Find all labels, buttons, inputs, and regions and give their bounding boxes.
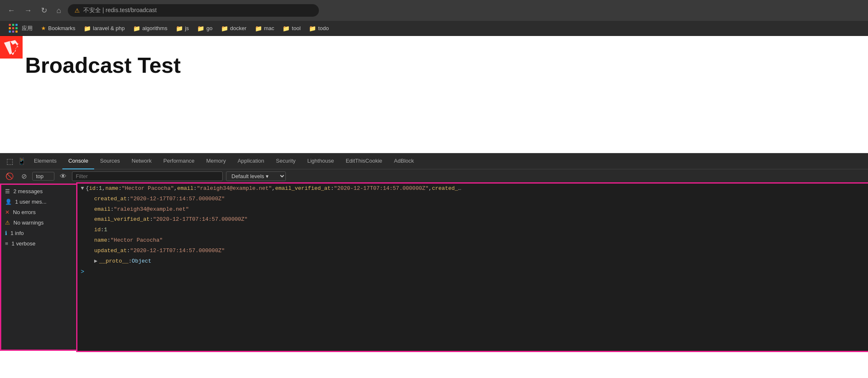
block-requests-button[interactable]: ⊘: [19, 171, 29, 181]
tab-memory[interactable]: Memory: [200, 153, 232, 169]
tab-application[interactable]: Application: [232, 153, 270, 169]
folder-icon-0: 📁: [84, 25, 91, 32]
bookmark-label-3: go: [206, 25, 212, 31]
console-field-email: email : "raleigh34@example.net": [77, 204, 868, 215]
tab-editthiscookie[interactable]: EditThisCookie: [340, 153, 388, 169]
star-icon: ★: [41, 25, 46, 31]
page-area: Broadcast Test: [0, 36, 868, 153]
prompt-symbol: >: [81, 268, 84, 275]
folder-icon-4: 📁: [221, 25, 228, 32]
expand-arrow[interactable]: [81, 184, 84, 193]
url-path: /broadcast: [129, 7, 157, 13]
all-messages-label: 2 messages: [13, 188, 43, 194]
console-body: ☰ 2 messages 👤 1 user mes... ✕ No errors…: [0, 184, 868, 351]
bookmark-label-6: tool: [292, 25, 300, 31]
tab-adblock[interactable]: AdBlock: [388, 153, 420, 169]
console-proto: __proto__ : Object: [77, 256, 868, 267]
clear-console-button[interactable]: 🚫: [3, 171, 16, 181]
user-messages-label: 1 user mes...: [15, 199, 46, 205]
bookmark-laravel-php[interactable]: 📁 laravel & php: [81, 24, 128, 33]
url-domain: redis.test: [105, 7, 129, 13]
errors-label: No errors: [13, 209, 36, 215]
list-icon: ☰: [5, 188, 10, 194]
bookmarks-bar: 应用 ★ Bookmarks 📁 laravel & php 📁 algorit…: [0, 21, 868, 36]
tab-network[interactable]: Network: [126, 153, 158, 169]
bookmark-label-0: laravel & php: [93, 25, 125, 31]
bookmark-label-4: docker: [230, 25, 247, 31]
info-label: 1 info: [10, 230, 24, 236]
sidebar-warnings[interactable]: ⚠ No warnings: [0, 217, 77, 228]
bookmark-label-7: todo: [318, 25, 329, 31]
bookmark-label-5: mac: [264, 25, 275, 31]
folder-icon-6: 📁: [282, 25, 290, 32]
console-line-object: { id : 1 , name : "Hector Pacocha" , ema…: [77, 184, 868, 194]
devtools-panel: ⬚ 📱 Elements Console Sources Network Per…: [0, 153, 868, 351]
tab-security[interactable]: Security: [270, 153, 301, 169]
bookmark-label-2: js: [185, 25, 189, 31]
bookmark-tool[interactable]: 📁 tool: [280, 24, 303, 33]
sidebar-user-messages[interactable]: 👤 1 user mes...: [0, 197, 77, 207]
user-icon: 👤: [5, 199, 12, 205]
context-selector[interactable]: top: [32, 172, 54, 181]
device-toggle-button[interactable]: 📱: [15, 156, 28, 166]
console-output: { id : 1 , name : "Hector Pacocha" , ema…: [77, 184, 868, 351]
bookmark-algorithms[interactable]: 📁 algorithms: [130, 24, 170, 33]
warning-triangle-icon: ⚠: [5, 220, 10, 226]
bookmark-js[interactable]: 📁 js: [173, 24, 192, 33]
apps-label: 应用: [22, 25, 33, 32]
info-circle-icon: ℹ: [5, 230, 7, 236]
sidebar-all-messages[interactable]: ☰ 2 messages: [0, 186, 77, 197]
console-sidebar: ☰ 2 messages 👤 1 user mes... ✕ No errors…: [0, 184, 77, 351]
console-field-updated-at: updated_at : "2020-12-17T07:14:57.000000…: [77, 246, 868, 256]
bookmark-go[interactable]: 📁 go: [194, 24, 215, 33]
console-prompt[interactable]: >: [77, 266, 868, 276]
star-bookmarks[interactable]: ★ Bookmarks: [38, 24, 78, 33]
folder-icon-2: 📁: [176, 25, 183, 32]
error-icon: ✕: [5, 209, 10, 215]
nav-bar: ← → ↻ ⌂ ⚠ 不安全 | redis.test/broadcast: [0, 0, 868, 21]
proto-expand-arrow[interactable]: [94, 257, 98, 266]
url-warning-label: 不安全: [83, 7, 101, 13]
back-button[interactable]: ←: [5, 5, 18, 17]
verbose-label: 1 verbose: [12, 240, 36, 247]
sidebar-errors[interactable]: ✕ No errors: [0, 207, 77, 217]
eye-filter-button[interactable]: 👁: [58, 172, 69, 181]
console-field-email-verified-at: email_verified_at : "2020-12-17T07:14:57…: [77, 215, 868, 225]
security-warning-icon: ⚠: [74, 7, 80, 14]
forward-button[interactable]: →: [22, 5, 34, 17]
console-field-name: name : "Hector Pacocha": [77, 235, 868, 246]
page-content: Broadcast Test: [0, 36, 868, 153]
devtools-tabs: ⬚ 📱 Elements Console Sources Network Per…: [0, 153, 868, 169]
page-title: Broadcast Test: [25, 53, 855, 78]
console-field-id: id : 1: [77, 225, 868, 235]
levels-select[interactable]: Default levels ▾: [226, 171, 286, 181]
bookmark-todo[interactable]: 📁 todo: [306, 24, 331, 33]
address-bar[interactable]: ⚠ 不安全 | redis.test/broadcast: [68, 4, 319, 17]
bookmark-docker[interactable]: 📁 docker: [218, 24, 249, 33]
filter-input[interactable]: [72, 171, 223, 181]
folder-icon-3: 📁: [197, 25, 204, 32]
browser-chrome: ← → ↻ ⌂ ⚠ 不安全 | redis.test/broadcast 应用 …: [0, 0, 868, 36]
url-text: 不安全 | redis.test/broadcast: [83, 7, 157, 14]
home-button[interactable]: ⌂: [54, 5, 64, 17]
apps-icon: [9, 24, 18, 33]
bookmark-label-1: algorithms: [142, 25, 167, 31]
apps-bookmark[interactable]: 应用: [6, 23, 36, 34]
tab-console[interactable]: Console: [62, 153, 94, 169]
folder-icon-7: 📁: [309, 25, 316, 32]
folder-icon-5: 📁: [255, 25, 262, 32]
refresh-button[interactable]: ↻: [39, 4, 50, 17]
inspect-element-button[interactable]: ⬚: [4, 156, 15, 167]
verbose-icon: ≡: [5, 240, 8, 247]
devtools-toolbar: 🚫 ⊘ top 👁 Default levels ▾: [0, 169, 868, 184]
bookmark-mac[interactable]: 📁 mac: [252, 24, 277, 33]
bookmarks-label: Bookmarks: [48, 25, 75, 31]
tab-performance[interactable]: Performance: [157, 153, 200, 169]
tab-lighthouse[interactable]: Lighthouse: [301, 153, 340, 169]
folder-icon-1: 📁: [133, 25, 140, 32]
sidebar-verbose[interactable]: ≡ 1 verbose: [0, 238, 77, 249]
sidebar-info[interactable]: ℹ 1 info: [0, 228, 77, 238]
tab-sources[interactable]: Sources: [94, 153, 126, 169]
tab-elements[interactable]: Elements: [28, 153, 62, 169]
laravel-logo: [0, 36, 23, 59]
